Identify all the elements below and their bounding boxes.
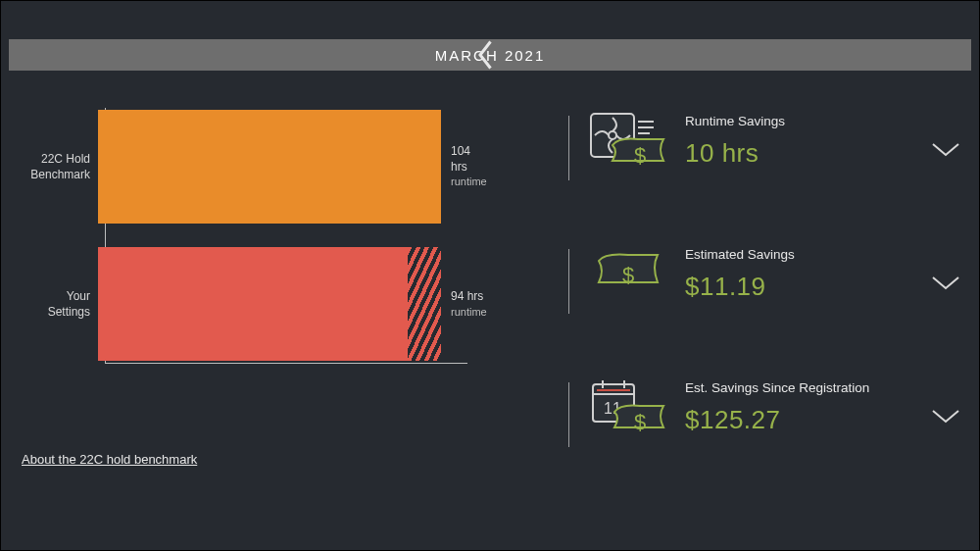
runtime-savings-row[interactable]: $ Runtime Savings 10 hrs — [568, 110, 960, 218]
benchmark-bar: 104 hrs runtime — [98, 110, 441, 224]
total-savings-row[interactable]: 11 $ Est. Savings Since Registration $12… — [568, 376, 960, 484]
your-settings-unit: runtime — [451, 305, 487, 319]
benchmark-value: 104 hrs — [451, 144, 470, 174]
calendar-dollar-icon: 11 $ — [589, 378, 667, 443]
fan-dollar-icon: $ — [589, 112, 667, 176]
about-benchmark-link[interactable]: About the 22C hold benchmark — [22, 452, 197, 467]
your-settings-bar: 94 hrs runtime — [98, 247, 441, 361]
benchmark-row: 22C Hold Benchmark 104 hrs runtime — [22, 108, 551, 225]
total-savings-value: $125.27 — [685, 405, 960, 435]
your-settings-value: 94 hrs — [451, 289, 483, 303]
runtime-savings-label: Runtime Savings — [685, 114, 960, 128]
month-header-bar: MARCH 2021 — [9, 39, 971, 71]
your-settings-label: Your Settings — [22, 288, 98, 320]
divider — [568, 382, 569, 447]
chevron-down-icon[interactable] — [931, 275, 960, 292]
divider — [568, 116, 569, 180]
estimated-savings-label: Estimated Savings — [685, 247, 960, 262]
svg-text:$: $ — [634, 410, 646, 434]
your-settings-row: Your Settings 94 hrs runtime — [22, 245, 551, 363]
runtime-savings-value: 10 hrs — [685, 138, 960, 169]
metrics-column: $ Runtime Savings 10 hrs $ Estimated Sav… — [568, 110, 960, 484]
x-axis-line — [105, 363, 467, 364]
benchmark-label: 22C Hold Benchmark — [22, 151, 98, 182]
dashboard-frame: MARCH 2021 22C Hold Benchmark 104 hrs ru… — [0, 0, 980, 551]
prev-month-button[interactable] — [474, 43, 498, 67]
chevron-down-icon[interactable] — [931, 141, 960, 159]
svg-text:$: $ — [622, 263, 634, 287]
estimated-savings-value: $11.19 — [685, 272, 960, 302]
dollar-bill-icon: $ — [589, 245, 667, 310]
benchmark-unit: runtime — [451, 175, 487, 188]
estimated-savings-row[interactable]: $ Estimated Savings $11.19 — [568, 243, 960, 351]
divider — [568, 249, 569, 314]
total-savings-label: Est. Savings Since Registration — [685, 380, 960, 395]
savings-hatched-region — [408, 247, 441, 361]
svg-text:$: $ — [634, 143, 646, 168]
runtime-bar-chart: 22C Hold Benchmark 104 hrs runtime Your … — [22, 108, 551, 373]
chevron-down-icon[interactable] — [931, 408, 960, 426]
